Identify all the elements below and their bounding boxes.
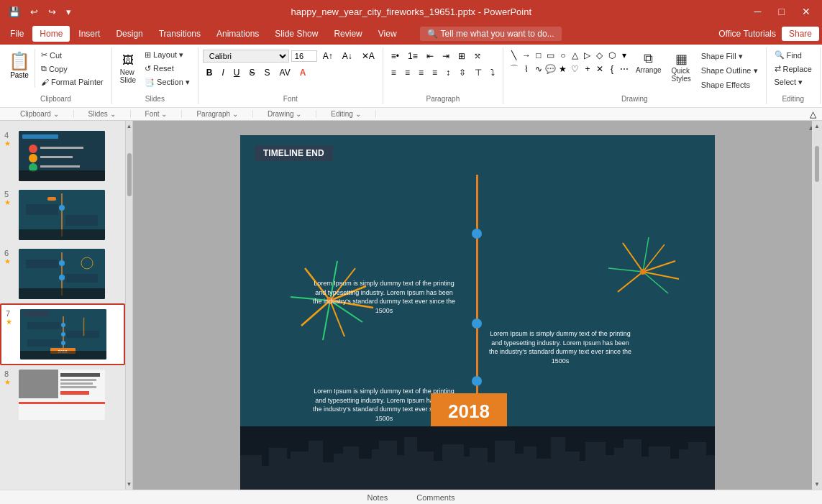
drawing-group-bottom[interactable]: Drawing ⌄	[253, 110, 316, 118]
slide-thumb-5[interactable]: 5 ★	[0, 185, 125, 244]
slide-thumb-4[interactable]: 4 ★	[0, 127, 125, 185]
slide-thumb-7[interactable]: 7 ★ 2018	[0, 303, 125, 365]
shape-freeform[interactable]: ∿	[532, 63, 545, 75]
find-button[interactable]: 🔍 Find	[771, 49, 816, 61]
font-family-select[interactable]: Calibri	[203, 50, 289, 63]
smart-art-button[interactable]: ⤲	[470, 49, 485, 63]
shape-heart[interactable]: ♡	[569, 63, 582, 75]
justify-button[interactable]: ≡	[429, 65, 441, 80]
align-text-button[interactable]: ⊤	[471, 65, 485, 80]
select-button[interactable]: Select ▾	[771, 76, 816, 88]
ribbon-collapse[interactable]: △	[810, 109, 816, 119]
font-size-input[interactable]	[291, 50, 317, 62]
canvas-scrollbar[interactable]: ▲ ▼	[812, 121, 822, 490]
shape-rounded-rect[interactable]: ▭	[544, 49, 557, 62]
char-spacing-button[interactable]: AV	[276, 65, 294, 80]
save-icon[interactable]: 💾	[6, 5, 23, 19]
shape-effects-button[interactable]: Shape Effects	[698, 79, 762, 91]
decrease-indent-button[interactable]: ⇤	[423, 49, 437, 63]
shape-hex[interactable]: ⬡	[606, 49, 618, 62]
shapes-chevron[interactable]: ⋯	[618, 63, 631, 75]
align-left-button[interactable]: ≡	[388, 65, 400, 80]
align-center-button[interactable]: ≡	[401, 65, 414, 80]
new-slide-button[interactable]: 🖼 NewSlide	[117, 52, 140, 86]
office-tutorials-link[interactable]: Office Tutorials	[718, 29, 776, 39]
menu-review[interactable]: Review	[326, 26, 369, 42]
menu-design[interactable]: Design	[109, 26, 150, 42]
shape-curve[interactable]: ⌒	[508, 63, 521, 75]
menu-view[interactable]: View	[371, 26, 404, 42]
font-group-bottom[interactable]: Font ⌄	[131, 110, 183, 118]
layout-button[interactable]: ⊞ Layout ▾	[141, 49, 193, 61]
slide-thumb-8[interactable]: 8 ★	[0, 365, 125, 424]
close-button[interactable]: ✕	[796, 4, 816, 19]
slide-panel-scrollbar[interactable]: ▲ ▼	[126, 121, 133, 490]
editing-group-bottom[interactable]: Editing ⌄	[316, 110, 375, 118]
quick-access-icon[interactable]: ▾	[63, 5, 74, 19]
cut-button[interactable]: ✂ Cut	[37, 49, 107, 61]
shape-line[interactable]: ╲	[508, 49, 521, 62]
comments-button[interactable]: Comments	[416, 493, 455, 502]
shape-rect[interactable]: □	[532, 49, 545, 62]
slide-thumb-6[interactable]: 6 ★	[0, 244, 125, 303]
clear-format-button[interactable]: ✕A	[358, 49, 378, 63]
minimize-button[interactable]: ─	[749, 4, 767, 19]
shape-oval[interactable]: ○	[557, 49, 570, 62]
shape-tri[interactable]: △	[569, 49, 582, 62]
shape-plus[interactable]: +	[581, 63, 594, 75]
shape-rtri[interactable]: ▷	[581, 49, 594, 62]
replace-button[interactable]: ⇄ Replace	[771, 63, 816, 75]
increase-indent-button[interactable]: ⇥	[439, 49, 453, 63]
menu-animations[interactable]: Animations	[209, 26, 266, 42]
menu-insert[interactable]: Insert	[71, 26, 107, 42]
copy-button[interactable]: ⧉ Copy	[37, 63, 107, 75]
arrange-button[interactable]: ⧉ Arrange	[632, 49, 665, 76]
numbering-button[interactable]: 1≡	[404, 49, 421, 63]
canvas-scroll-thumb[interactable]	[815, 146, 819, 182]
paste-button[interactable]: 📋 Paste	[4, 49, 35, 88]
tell-me-input[interactable]: 🔍 Tell me what you want to do...	[420, 27, 562, 41]
format-painter-button[interactable]: 🖌 Format Painter	[37, 76, 107, 88]
bullets-button[interactable]: ≡•	[388, 49, 403, 63]
slides-group-bottom[interactable]: Slides ⌄	[74, 110, 131, 118]
font-color-button[interactable]: A	[296, 65, 310, 80]
undo-icon[interactable]: ↩	[27, 5, 41, 19]
convert-smartart-button[interactable]: ⤵	[487, 65, 498, 80]
scroll-thumb[interactable]	[127, 153, 132, 196]
shape-star[interactable]: ★	[557, 63, 570, 75]
canvas-scroll-up[interactable]: ▲	[812, 121, 822, 132]
shape-callout[interactable]: 💬	[544, 63, 557, 75]
shapes-more[interactable]: ▾	[618, 49, 631, 62]
bold-button[interactable]: B	[203, 65, 216, 80]
redo-icon[interactable]: ↪	[45, 5, 59, 19]
menu-file[interactable]: File	[3, 26, 31, 42]
shape-outline-button[interactable]: Shape Outline ▾	[698, 65, 762, 77]
slide-canvas[interactable]: TIMELINE END	[240, 135, 715, 490]
shape-fill-button[interactable]: Shape Fill ▾	[698, 50, 762, 63]
font-increase-button[interactable]: A↑	[319, 49, 337, 63]
share-button[interactable]: Share	[782, 27, 819, 41]
underline-button[interactable]: U	[230, 65, 244, 80]
shape-cross[interactable]: ✕	[593, 63, 606, 75]
menu-transitions[interactable]: Transitions	[152, 26, 208, 42]
columns-button[interactable]: ⊞	[455, 49, 469, 63]
maximize-button[interactable]: □	[773, 4, 790, 19]
text-shadow-button[interactable]: S	[261, 65, 274, 80]
section-button[interactable]: 📑 Section ▾	[141, 76, 193, 88]
notes-button[interactable]: Notes	[367, 493, 388, 502]
menu-slideshow[interactable]: Slide Show	[268, 26, 325, 42]
shape-zigzag[interactable]: ⌇	[520, 63, 533, 75]
shape-arrow[interactable]: →	[520, 49, 533, 62]
shape-diamond[interactable]: ◇	[593, 49, 606, 62]
canvas-scroll-down[interactable]: ▼	[812, 479, 822, 490]
text-direction-button[interactable]: ⇳	[455, 65, 470, 80]
clipboard-group-bottom[interactable]: Clipboard ⌄	[6, 110, 74, 118]
line-spacing-button[interactable]: ↕	[442, 65, 454, 80]
paragraph-group-bottom[interactable]: Paragraph ⌄	[182, 110, 252, 118]
menu-home[interactable]: Home	[32, 26, 70, 42]
italic-button[interactable]: I	[218, 65, 227, 80]
reset-button[interactable]: ↺ Reset	[141, 63, 193, 75]
align-right-button[interactable]: ≡	[415, 65, 427, 80]
strikethrough-button[interactable]: S	[246, 65, 259, 80]
shape-brace[interactable]: {	[606, 63, 618, 75]
